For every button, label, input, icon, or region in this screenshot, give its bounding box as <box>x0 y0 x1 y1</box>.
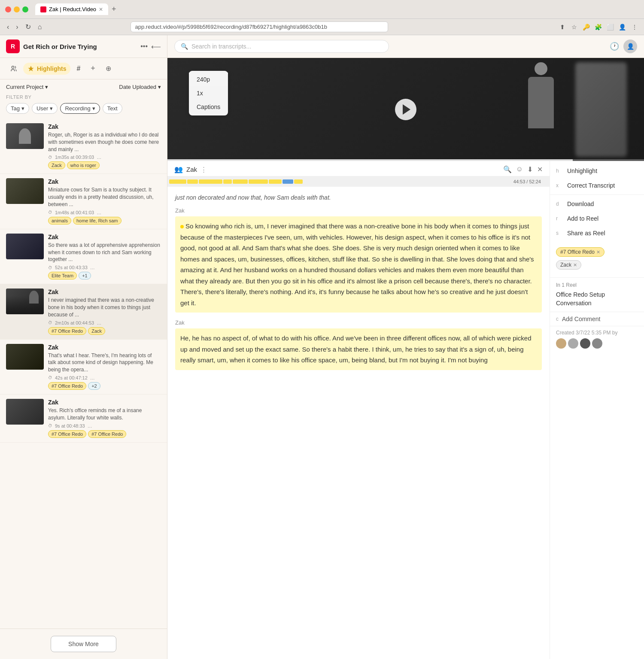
tag-badge-label: #7 Office Redo <box>560 249 595 255</box>
correct-transcript-item[interactable]: x Correct Transcript <box>550 178 644 193</box>
tag-filter-chip[interactable]: Tag ▾ <box>6 103 29 114</box>
play-button[interactable] <box>395 99 416 120</box>
tag-animals[interactable]: animals <box>48 217 71 225</box>
add-comment-row[interactable]: c Add Comment <box>550 312 644 326</box>
password-icon[interactable]: 🔑 <box>582 23 591 31</box>
correct-key: x <box>556 182 563 188</box>
sidebar-item-search[interactable]: ⊕ <box>101 62 115 75</box>
avatar-4 <box>592 338 602 349</box>
user-filter-chip[interactable]: User ▾ <box>32 103 58 114</box>
address-bar-row: ‹ › ↻ ⌂ app.reduct.video/#/p/5998b5f692/… <box>0 19 644 35</box>
list-item[interactable]: Zak So there was a lot of apprehensive a… <box>0 229 167 284</box>
download-item[interactable]: d Download <box>550 197 644 211</box>
timeline-segment <box>223 179 232 184</box>
timeline-segment <box>199 179 222 184</box>
card-time: 1m48s at 00:41:03 <box>55 210 94 215</box>
text-filter-chip[interactable]: Text <box>103 103 122 114</box>
list-item[interactable]: Zak I never imagined that there was a no… <box>0 284 167 339</box>
speaker-menu-icon[interactable]: ⋮ <box>200 166 207 173</box>
sidebar-item-tags[interactable]: # <box>72 62 85 75</box>
unhighlight-item[interactable]: h Unhighlight <box>550 164 644 178</box>
speed-option-1x[interactable]: 1x <box>189 86 228 100</box>
url-text: app.reduct.video/#/p/5998b5f692/recordin… <box>135 24 327 30</box>
card-thumbnail <box>6 178 44 204</box>
card-options-icon: … <box>97 155 101 160</box>
active-tab[interactable]: Zak | Reduct.Video ✕ <box>35 3 108 15</box>
tag-office-redo2[interactable]: #7 Office Redo <box>48 382 86 390</box>
download-icon[interactable]: ⬇ <box>527 165 533 173</box>
tag-elite-team[interactable]: Elite Team <box>48 272 77 279</box>
toolbar-icons: ⬆ ☆ 🔑 🧩 ⬜ 👤 ⋮ <box>558 23 639 31</box>
share-as-reel-item[interactable]: s Share as Reel <box>550 226 644 240</box>
list-item[interactable]: Zak That's what I hear. There's, I'm hea… <box>0 340 167 395</box>
sidebar-item-people[interactable] <box>6 63 21 75</box>
recording-filter-chip[interactable]: Recording ▾ <box>60 103 100 114</box>
video-progress-bar[interactable] <box>167 159 644 161</box>
video-player[interactable]: 240p 1x Captions <box>167 58 644 161</box>
forward-button[interactable]: › <box>14 22 20 32</box>
quality-option-240p[interactable]: 240p <box>189 73 228 86</box>
minimize-button[interactable] <box>14 6 20 12</box>
add-comment-label: Add Comment <box>562 316 600 322</box>
tag-office-redo4[interactable]: #7 Office Redo <box>88 430 126 438</box>
card-options-icon: … <box>97 210 101 215</box>
address-bar[interactable]: app.reduct.video/#/p/5998b5f692/recordin… <box>131 21 388 32</box>
more-options-icon[interactable]: ••• <box>140 43 148 50</box>
tag-nav-icon: # <box>76 65 80 73</box>
comment-key: c <box>556 316 559 322</box>
bookmark-icon[interactable]: ☆ <box>570 23 579 31</box>
date-select[interactable]: Date Uploaded ▾ <box>119 84 161 90</box>
new-tab-button[interactable]: + <box>112 5 116 14</box>
tag-remove-icon[interactable]: ✕ <box>596 249 600 255</box>
list-item[interactable]: Zak Yes. Rich's office reminds me of a i… <box>0 395 167 443</box>
context-divider <box>550 194 644 195</box>
user-avatar[interactable]: 👤 <box>623 39 637 53</box>
profile-icon[interactable]: 👤 <box>618 23 627 31</box>
search-transcript-icon[interactable]: 🔍 <box>503 165 512 173</box>
tag-remove-zack-icon[interactable]: ✕ <box>573 262 577 268</box>
show-more-button[interactable]: Show More <box>51 636 116 652</box>
share-icon[interactable]: ⬆ <box>558 23 567 31</box>
list-item[interactable]: Zak Roger, uh, Roger is as a individual … <box>0 119 167 174</box>
close-button[interactable] <box>5 6 11 12</box>
history-icon[interactable]: 🕐 <box>610 42 619 51</box>
share-as-reel-label: Share as Reel <box>567 230 638 237</box>
project-select[interactable]: Current Project ▾ <box>6 84 48 90</box>
home-button[interactable]: ⌂ <box>36 22 44 32</box>
tag-plus1[interactable]: +1 <box>79 272 91 279</box>
card-time: 42s at 00:47:12 <box>55 375 88 380</box>
sidebar-item-add[interactable]: + <box>86 61 100 76</box>
timeline-bar[interactable]: 44:53 / 52:24 <box>167 176 550 187</box>
tag-home-life[interactable]: home life, Rich sam <box>73 217 122 225</box>
video-container: 240p 1x Captions <box>167 58 644 161</box>
refresh-button[interactable]: ↻ <box>24 22 33 32</box>
tab-title: Zak | Reduct.Video <box>49 6 96 12</box>
card-content: Zak Yes. Rich's office reminds me of a i… <box>48 399 161 438</box>
sidebar-item-highlights[interactable]: Highlights <box>23 63 70 75</box>
clock-icon: ⏱ <box>48 423 52 428</box>
menu-icon[interactable]: ⋮ <box>630 23 639 31</box>
tag-zack[interactable]: Zack <box>48 161 65 169</box>
emoji-icon[interactable]: ☺ <box>516 165 523 173</box>
date-chevron-icon: ▾ <box>158 84 161 90</box>
tab-groups-icon[interactable]: ⬜ <box>606 23 615 31</box>
add-to-reel-item[interactable]: r Add to Reel <box>550 211 644 226</box>
close-transcript-icon[interactable]: ✕ <box>537 165 543 173</box>
back-button[interactable]: ‹ <box>5 22 11 32</box>
tag-zack2[interactable]: Zack <box>88 327 105 335</box>
captions-option[interactable]: Captions <box>189 100 228 114</box>
extensions-icon[interactable]: 🧩 <box>594 23 603 31</box>
add-to-reel-key: r <box>556 216 563 222</box>
list-item[interactable]: Zak Miniature cows for Sam is a touchy s… <box>0 174 167 229</box>
tag-who-is-roger[interactable]: who is roger <box>67 161 100 169</box>
tag-office-redo[interactable]: #7 Office Redo <box>48 327 86 335</box>
tab-close-icon[interactable]: ✕ <box>99 6 103 12</box>
transcript-tools: 🔍 ☺ ⬇ ✕ <box>503 165 543 173</box>
search-box[interactable]: 🔍 Search in transcripts... <box>174 40 389 53</box>
tag-plus2[interactable]: +2 <box>88 382 100 390</box>
card-meta: ⏱ 9s at 00:48:33 … <box>48 423 161 428</box>
maximize-button[interactable] <box>22 6 28 12</box>
card-speaker-name: Zak <box>48 234 161 240</box>
tag-office-redo3[interactable]: #7 Office Redo <box>48 430 86 438</box>
back-nav-icon[interactable]: ⟵ <box>151 43 161 51</box>
